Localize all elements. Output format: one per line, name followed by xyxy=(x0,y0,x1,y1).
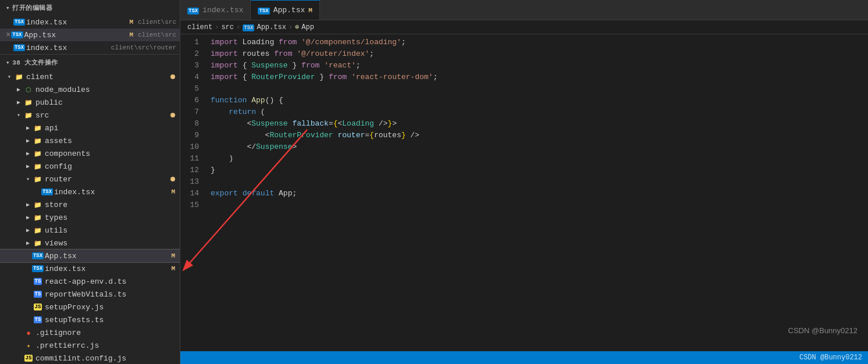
file-badge: M xyxy=(171,188,175,195)
folder-icon: 📁 xyxy=(33,124,43,132)
folder-label: components xyxy=(45,149,180,158)
code-line-1: 1 import Loading from '@/components/load… xyxy=(180,37,868,48)
chevron-down-icon: ▾ xyxy=(5,73,14,80)
file-app-tsx[interactable]: TSX App.tsx M xyxy=(0,249,180,262)
folder-api[interactable]: ▶ 📁 api xyxy=(0,122,180,134)
file-setup-tests[interactable]: TS setupTests.ts xyxy=(0,313,180,326)
tab-index-tsx[interactable]: TSX index.tsx xyxy=(180,0,251,20)
folder-node-modules[interactable]: ▶ ⬡ node_modules xyxy=(0,83,180,96)
folder-label: api xyxy=(45,124,180,133)
file-setup-proxy[interactable]: JS setupProxy.js xyxy=(0,301,180,313)
tab-label: App.tsx xyxy=(273,6,305,15)
folder-components[interactable]: ▶ 📁 components xyxy=(0,147,180,160)
code-editor[interactable]: 1 import Loading from '@/components/load… xyxy=(180,34,868,351)
folder-config[interactable]: ▶ 📁 config xyxy=(0,160,180,173)
line-number: 1 xyxy=(180,37,208,48)
tab-app-tsx[interactable]: TSX App.tsx M xyxy=(251,0,319,20)
file-badge: M xyxy=(129,19,133,26)
folder-label: client xyxy=(26,73,170,81)
tsx-tab-icon: TSX xyxy=(258,6,269,15)
folder-router[interactable]: ▾ 📁 router xyxy=(0,173,180,185)
open-file-index-tsx-src[interactable]: TSX index.tsx M client\src xyxy=(0,16,180,28)
folder-label: public xyxy=(35,98,180,107)
modified-dot xyxy=(170,74,175,79)
line-content: <Suspense fallback={<Loading />}> xyxy=(208,118,868,130)
open-editors-section: ▾ 打开的编辑器 TSX index.tsx M client\src × TS… xyxy=(0,0,180,55)
open-file-app-tsx[interactable]: × TSX App.tsx M client\src xyxy=(0,28,180,41)
code-line-7: 7 return ( xyxy=(180,106,868,118)
chevron-right-icon: ▶ xyxy=(23,214,33,221)
chevron-down-icon: ▾ xyxy=(6,4,10,12)
line-number: 15 xyxy=(180,199,208,211)
status-text: CSDN @Bunny0212 xyxy=(799,354,862,362)
file-gitignore[interactable]: ◆ .gitignore xyxy=(0,326,180,339)
folder-public[interactable]: ▶ 📁 public xyxy=(0,96,180,109)
breadcrumb-app[interactable]: App xyxy=(301,23,314,31)
tsx-breadcrumb-icon: TSX xyxy=(243,23,254,31)
line-number: 8 xyxy=(180,118,208,130)
folder-icon: 📁 xyxy=(33,201,43,209)
folder-label: assets xyxy=(45,137,180,145)
file-index-tsx[interactable]: TSX index.tsx M xyxy=(0,262,180,275)
line-number: 5 xyxy=(180,83,208,95)
chevron-right-icon: ▶ xyxy=(23,201,33,208)
folder-assets[interactable]: ▶ 📁 assets xyxy=(0,134,180,147)
breadcrumb: client › src › TSX App.tsx › ⊕ App xyxy=(180,20,868,34)
folder-client[interactable]: ▾ 📁 client xyxy=(0,70,180,83)
folder-icon: 📁 xyxy=(14,73,24,81)
code-line-6: 6 function App() { xyxy=(180,95,868,106)
line-content: <RouterProvider router={routes} /> xyxy=(208,130,868,141)
file-badge: M xyxy=(129,31,133,38)
breadcrumb-src[interactable]: src xyxy=(221,23,234,31)
open-file-index-tsx-router[interactable]: TSX index.tsx client\src\router xyxy=(0,41,180,54)
breadcrumb-sep: › xyxy=(215,23,219,31)
breadcrumb-symbol-icon: ⊕ xyxy=(295,23,299,31)
open-editors-header[interactable]: ▾ 打开的编辑器 xyxy=(0,0,180,16)
line-content: import { Suspense } from 'react'; xyxy=(208,60,868,72)
folder-icon: 📁 xyxy=(33,150,43,158)
open-file-label: index.tsx xyxy=(26,44,111,52)
code-line-10: 10 </Suspense> xyxy=(180,141,868,153)
line-content: ) xyxy=(208,153,868,165)
js-file-icon: JS xyxy=(23,355,34,362)
file-react-app-env[interactable]: TS react-app-env.d.ts xyxy=(0,275,180,288)
ts-file-icon: TS xyxy=(33,316,43,323)
file-report-web-vitals[interactable]: TS reportWebVitals.ts xyxy=(0,288,180,301)
modified-dot xyxy=(170,177,175,181)
code-line-5: 5 xyxy=(180,83,868,95)
close-icon[interactable]: × xyxy=(6,30,10,40)
file-router-index-tsx[interactable]: TSX index.tsx M xyxy=(0,185,180,198)
file-operations-header[interactable]: ▾ 38 大文件操作 xyxy=(0,55,180,70)
chevron-down-icon: ▾ xyxy=(23,176,33,183)
folder-icon: 📁 xyxy=(23,99,34,106)
prettier-file-icon: ✦ xyxy=(23,342,34,349)
file-prettierrc[interactable]: ✦ .prettierrc.js xyxy=(0,339,180,352)
file-path: client\src xyxy=(138,19,176,26)
file-label: index.tsx xyxy=(54,188,171,197)
folder-views[interactable]: ▶ 📁 views xyxy=(0,237,180,249)
line-number: 14 xyxy=(180,188,208,199)
file-label: reportWebVitals.ts xyxy=(45,290,180,299)
folder-icon: 📁 xyxy=(33,137,43,145)
folder-utils[interactable]: ▶ 📁 utils xyxy=(0,224,180,237)
code-line-9: 9 <RouterProvider router={routes} /> xyxy=(180,130,868,141)
code-line-3: 3 import { Suspense } from 'react'; xyxy=(180,60,868,72)
chevron-right-icon: ▶ xyxy=(23,150,33,157)
line-content: } xyxy=(208,165,868,176)
tsx-file-icon: TSX xyxy=(14,19,24,26)
tab-bar: TSX index.tsx TSX App.tsx M xyxy=(180,0,868,20)
folder-src[interactable]: ▾ 📁 src xyxy=(0,109,180,122)
sidebar: ▾ 打开的编辑器 TSX index.tsx M client\src × TS… xyxy=(0,0,180,364)
line-content: import routes from '@/router/index'; xyxy=(208,48,868,60)
folder-label: src xyxy=(35,111,170,120)
tsx-file-icon: TSX xyxy=(33,252,43,259)
folder-types[interactable]: ▶ 📁 types xyxy=(0,211,180,224)
line-content: import Loading from '@/components/loadin… xyxy=(208,37,868,48)
file-commitlint[interactable]: JS commitlint.config.js xyxy=(0,352,180,364)
folder-store[interactable]: ▶ 📁 store xyxy=(0,198,180,211)
folder-label: router xyxy=(45,175,170,184)
folder-label: config xyxy=(45,162,180,171)
breadcrumb-client[interactable]: client xyxy=(187,23,212,31)
breadcrumb-apptsx[interactable]: App.tsx xyxy=(257,23,286,31)
line-number: 6 xyxy=(180,95,208,106)
